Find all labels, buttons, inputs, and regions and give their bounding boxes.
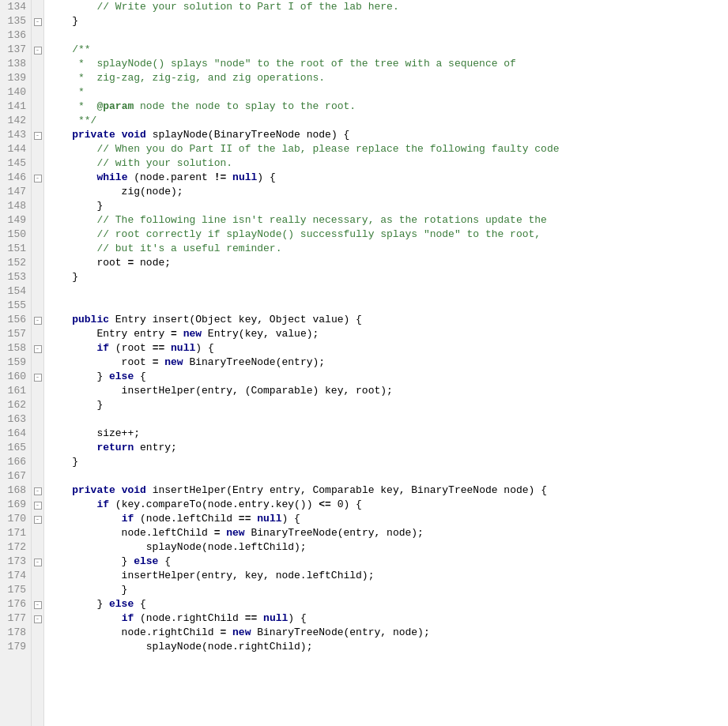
line-number: 143 — [5, 128, 26, 142]
code-line: * @param node the node to splay to the r… — [44, 100, 728, 114]
fold-marker[interactable] — [32, 256, 43, 270]
fold-marker[interactable] — [32, 412, 43, 427]
code-line: if (node.leftChild == null) { — [44, 512, 728, 526]
fold-marker[interactable] — [32, 284, 43, 299]
code-editor: 1341351361371381391401411421431441451461… — [0, 0, 728, 726]
fold-marker[interactable] — [32, 156, 43, 171]
fold-marker[interactable] — [32, 242, 43, 256]
line-number: 141 — [5, 100, 26, 114]
line-number: 159 — [5, 355, 26, 370]
fold-marker[interactable] — [32, 71, 43, 85]
code-line: // When you do Part II of the lab, pleas… — [44, 142, 728, 156]
fold-marker[interactable] — [32, 57, 43, 71]
fold-marker[interactable] — [32, 398, 43, 412]
line-number: 144 — [5, 142, 26, 156]
fold-marker[interactable] — [32, 441, 43, 455]
code-line: root = node; — [44, 256, 728, 270]
line-number: 151 — [5, 242, 26, 256]
fold-marker[interactable]: - — [32, 498, 43, 512]
line-number: 176 — [5, 597, 26, 611]
line-number: 157 — [5, 327, 26, 341]
line-number: 147 — [5, 185, 26, 199]
line-number: 149 — [5, 213, 26, 228]
line-number: 153 — [5, 270, 26, 284]
fold-marker[interactable]: - — [32, 512, 43, 526]
fold-marker[interactable]: - — [32, 483, 43, 498]
line-number: 179 — [5, 640, 26, 654]
line-number: 174 — [5, 569, 26, 583]
fold-marker[interactable] — [32, 28, 43, 43]
line-number: 162 — [5, 398, 26, 412]
fold-marker[interactable] — [32, 355, 43, 370]
line-number: 161 — [5, 384, 26, 398]
line-number: 137 — [5, 43, 26, 57]
fold-marker[interactable] — [32, 626, 43, 640]
fold-marker[interactable] — [32, 0, 43, 14]
line-number: 164 — [5, 427, 26, 441]
fold-marker[interactable] — [32, 199, 43, 213]
fold-marker[interactable]: - — [32, 313, 43, 327]
fold-marker[interactable] — [32, 185, 43, 199]
code-line: /** — [44, 43, 728, 57]
line-number: 152 — [5, 256, 26, 270]
fold-marker[interactable]: - — [32, 171, 43, 185]
line-number: 178 — [5, 626, 26, 640]
fold-marker[interactable]: - — [32, 597, 43, 611]
fold-marker[interactable]: - — [32, 14, 43, 28]
code-line: node.rightChild = new BinaryTreeNode(ent… — [44, 626, 728, 640]
code-line: * — [44, 85, 728, 100]
code-line: // root correctly if splayNode() success… — [44, 228, 728, 242]
fold-marker[interactable] — [32, 142, 43, 156]
fold-marker[interactable]: - — [32, 43, 43, 57]
fold-marker[interactable] — [32, 299, 43, 313]
fold-marker[interactable] — [32, 384, 43, 398]
line-number: 165 — [5, 441, 26, 455]
fold-marker[interactable]: - — [32, 555, 43, 569]
line-number: 156 — [5, 313, 26, 327]
code-line: return entry; — [44, 441, 728, 455]
line-number: 154 — [5, 284, 26, 299]
line-numbers-column: 1341351361371381391401411421431441451461… — [0, 0, 32, 726]
fold-markers-column[interactable]: ------------- — [32, 0, 44, 726]
fold-marker[interactable] — [32, 583, 43, 597]
code-line — [44, 284, 728, 299]
line-number: 175 — [5, 583, 26, 597]
code-line: node.leftChild = new BinaryTreeNode(entr… — [44, 526, 728, 540]
line-number: 172 — [5, 540, 26, 555]
fold-marker[interactable] — [32, 526, 43, 540]
fold-marker[interactable] — [32, 455, 43, 469]
line-number: 167 — [5, 469, 26, 483]
fold-marker[interactable] — [32, 540, 43, 555]
code-line: while (node.parent != null) { — [44, 171, 728, 185]
fold-marker[interactable]: - — [32, 611, 43, 626]
fold-marker[interactable] — [32, 114, 43, 128]
code-line: insertHelper(entry, key, node.leftChild)… — [44, 569, 728, 583]
fold-marker[interactable] — [32, 640, 43, 654]
line-number: 163 — [5, 412, 26, 427]
fold-marker[interactable] — [32, 100, 43, 114]
fold-marker[interactable] — [32, 213, 43, 228]
line-number: 155 — [5, 299, 26, 313]
fold-marker[interactable] — [32, 85, 43, 100]
code-line: } — [44, 398, 728, 412]
code-line: * splayNode() splays "node" to the root … — [44, 57, 728, 71]
line-number: 168 — [5, 483, 26, 498]
fold-marker[interactable] — [32, 327, 43, 341]
line-number: 136 — [5, 28, 26, 43]
code-line: } else { — [44, 597, 728, 611]
fold-marker[interactable]: - — [32, 341, 43, 355]
code-line: insertHelper(entry, (Comparable) key, ro… — [44, 384, 728, 398]
code-line: splayNode(node.rightChild); — [44, 640, 728, 654]
fold-marker[interactable] — [32, 228, 43, 242]
code-line: } — [44, 583, 728, 597]
line-number: 135 — [5, 14, 26, 28]
code-content: // Write your solution to Part I of the … — [44, 0, 728, 726]
fold-marker[interactable] — [32, 569, 43, 583]
fold-marker[interactable] — [32, 427, 43, 441]
fold-marker[interactable] — [32, 270, 43, 284]
fold-marker[interactable]: - — [32, 370, 43, 384]
fold-marker[interactable]: - — [32, 128, 43, 142]
fold-marker[interactable] — [32, 469, 43, 483]
code-line — [44, 299, 728, 313]
line-number: 140 — [5, 85, 26, 100]
